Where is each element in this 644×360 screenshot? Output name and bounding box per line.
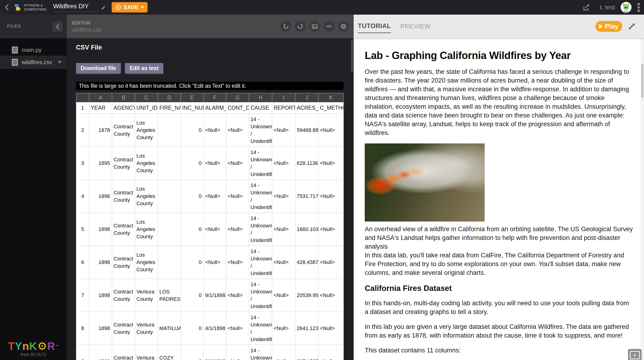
column-letter: H <box>249 93 272 102</box>
data-cell: <Null> <box>226 147 249 180</box>
data-cell: <Null> <box>272 114 295 147</box>
data-cell: 0 <box>181 246 204 279</box>
data-cell <box>158 246 181 279</box>
column-letter: K <box>318 93 344 102</box>
project-title-input[interactable]: Wildfires DIY <box>53 2 98 12</box>
data-cell: 628.1136 <box>295 147 318 180</box>
data-cell: <Null> <box>226 114 249 147</box>
data-cell: <Null> <box>226 180 249 213</box>
data-cell: Contract County <box>112 345 135 360</box>
column-letter: A <box>89 93 112 102</box>
data-cell: Contract County <box>112 246 135 279</box>
avatar[interactable] <box>621 2 632 13</box>
data-cell: 0 <box>181 180 204 213</box>
column-letter: B <box>112 93 135 102</box>
data-cell: <Null> <box>272 213 295 246</box>
save-button[interactable]: SAVE <box>112 2 148 12</box>
wordmark-letter: Y <box>15 340 22 352</box>
data-cell: Los Angeles County <box>135 246 158 279</box>
file-list: main.py wildfires.csv <box>0 44 67 69</box>
data-cell: Los Angeles County <box>135 114 158 147</box>
editor-scrollbar-thumb[interactable] <box>351 39 353 72</box>
tutorial-content: Lab - Graphing California Wildfires by Y… <box>354 38 641 360</box>
data-cell: 14 - Unknown / Unidentifi <box>249 147 272 180</box>
image-caption: An overhead view of a wildfire in Califo… <box>365 225 634 277</box>
editor-header: EDITOR wildfires.csv </> <box>67 15 354 38</box>
wordmark-letter: T <box>8 340 15 352</box>
field-name-cell: UNIT_ID <box>135 102 158 114</box>
undo-icon <box>283 23 289 29</box>
data-cell: 7531.717 <box>295 180 318 213</box>
editor-file-name: wildfires.csv <box>72 27 101 32</box>
data-cell: 1896 <box>89 180 112 213</box>
data-cell: Contract County <box>112 312 135 345</box>
data-cell: <Null> <box>226 312 249 345</box>
column-letter: I <box>272 93 295 102</box>
caption-line-2: In this data lab, you'll take real data … <box>365 252 624 276</box>
data-cell: <Null> <box>318 180 344 213</box>
chevron-down-icon[interactable] <box>58 61 62 63</box>
data-cell: 14 - Unknown / Unidentifi <box>249 279 272 312</box>
download-file-button[interactable]: Download file <box>76 63 121 73</box>
data-cell: 0 <box>181 312 204 345</box>
data-cell: 59468.88 <box>295 114 318 147</box>
code-view-button[interactable]: </> <box>324 21 334 32</box>
tutorial-scrollbar-thumb[interactable] <box>641 64 644 98</box>
data-cell: <Null> <box>318 312 344 345</box>
data-cell: <Null> <box>272 246 295 279</box>
wordmark-letter: ⚙ <box>37 340 47 352</box>
data-cell: 1898 <box>89 246 112 279</box>
column-letter: C <box>135 93 158 102</box>
tutorial-scrollbar-track[interactable] <box>641 38 644 360</box>
python-logo <box>14 3 21 11</box>
field-name-cell: ACRES_BU <box>295 102 318 114</box>
product-name: PYTHON 3 COMPUTING <box>24 3 46 11</box>
data-cell: <Null> <box>226 213 249 246</box>
top-bar: PYTHON 3 COMPUTING Wildfires DIY SAVE t.… <box>0 0 644 15</box>
file-item-wildfires-csv[interactable]: wildfires.csv <box>0 56 67 69</box>
row-number: 1 <box>76 102 89 114</box>
tynker-wordmark: TYnK⚙R™ <box>0 341 67 352</box>
data-cell: 1878 <box>89 114 112 147</box>
redo-button[interactable] <box>295 21 306 32</box>
kebab-menu-icon[interactable] <box>637 2 641 13</box>
data-cell: Ventura County <box>135 345 158 360</box>
brand-tagline: from BYJU'S <box>0 352 67 357</box>
tab-preview[interactable]: PREVIEW <box>400 23 430 30</box>
field-name-cell: AGENCY <box>112 102 135 114</box>
table-row: 51898Contract CountyLos Angeles County0<… <box>76 213 344 246</box>
file-item-main-py[interactable]: main.py <box>0 44 67 56</box>
data-cell: MATILIJA <box>158 312 181 345</box>
csv-table: ABCDEFGHIJK1YEARAGENCYUNIT_IDFIRE_NAMINC… <box>76 93 344 360</box>
back-button[interactable] <box>4 3 10 11</box>
files-header: FILES <box>0 15 67 38</box>
caret-down-icon <box>141 6 144 8</box>
hands-on-paragraph: In this hands-on, multi-day coding lab a… <box>365 299 634 316</box>
collapse-sidebar-button[interactable] <box>53 22 62 32</box>
edit-as-text-button[interactable]: Edit as text <box>125 63 163 73</box>
csv-file-heading: CSV File <box>76 44 345 51</box>
tutorial-panel: TUTORIAL PREVIEW Play Lab - Graphing Cal… <box>354 15 644 360</box>
data-cell: Contract County <box>112 180 135 213</box>
share-icon[interactable] <box>582 3 590 11</box>
field-name-cell: INC_NUM <box>181 102 204 114</box>
data-cell: Contract County <box>112 279 135 312</box>
tab-tutorial[interactable]: TUTORIAL <box>358 22 391 33</box>
insert-image-button[interactable] <box>309 21 320 32</box>
satellite-image <box>365 143 485 222</box>
data-cell: 0 <box>181 147 204 180</box>
data-cell: <Null> <box>272 180 295 213</box>
row-number: 3 <box>76 147 89 180</box>
columns-paragraph: This dataset contains 11 columns: <box>365 346 634 355</box>
console-toggle-button[interactable] <box>628 349 642 360</box>
expand-icon[interactable] <box>628 22 636 31</box>
settings-button[interactable] <box>338 21 349 32</box>
field-name-cell: FIRE_NAM <box>158 102 181 114</box>
edit-pencil-icon[interactable] <box>101 4 107 10</box>
data-cell: 14 - Unknown / Unidentifi <box>249 312 272 345</box>
undo-button[interactable] <box>280 21 291 32</box>
data-cell: 14 - Unknown / Unidentifi <box>249 246 272 279</box>
play-button[interactable]: Play <box>595 21 622 32</box>
field-name-cell: ALARM_D <box>204 102 226 114</box>
table-row: 31895Contract CountyLos Angeles County0<… <box>76 147 344 180</box>
